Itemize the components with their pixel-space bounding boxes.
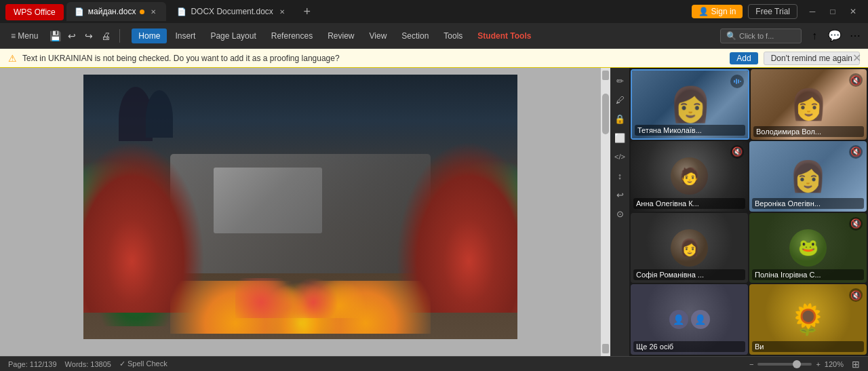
video-tile-volodymyra[interactable]: 👩 🔇 Володимира Вол... [751,69,867,140]
video-row-4: 👤 👤 Ще 26 осіб 🌻 🔇 Ви [631,284,867,355]
tab-docx-label: DOCX Document.docx [191,7,273,16]
fit-page-icon[interactable]: ⊞ [852,359,860,370]
tab-student-tools[interactable]: Student Tools [471,28,538,43]
free-trial-button[interactable]: Free Trial [748,4,797,19]
search-icon: 🔍 [726,31,736,41]
svg-rect-1 [736,79,737,84]
window-controls: ─ □ ✕ [803,4,863,19]
maximize-button[interactable]: □ [823,4,842,19]
zoom-level: 120% [825,360,844,368]
status-bar-right: − + 120% ⊞ [749,359,860,370]
share-icon[interactable]: ↑ [807,28,822,43]
signin-button[interactable]: 👤 Sign in [692,5,743,18]
veronika-mute-icon: 🔇 [849,145,863,159]
close-button[interactable]: ✕ [844,4,863,19]
toolbar-separator-1 [119,29,120,43]
tab-icon: 📄 [75,7,84,16]
rt-layout-icon[interactable]: ↕ [612,168,627,183]
notif-icon: ⚠ [8,53,17,64]
anna-mute-icon: 🔇 [730,145,744,159]
tab-home[interactable]: Home [132,28,167,43]
tatiana-name: Тетяна Миколаїв... [635,125,745,136]
zoom-slider[interactable] [757,363,812,366]
search-text: Click to f... [739,32,774,40]
status-bar: Page: 112/139 Words: 13805 ✓ Spell Check… [0,356,868,371]
right-toolbar: ✏ 🖊 🔒 ⬜ </> ↕ ↩ ⊙ [610,68,629,356]
redo-icon[interactable]: ↪ [81,28,96,43]
rt-pen-icon[interactable]: 🖊 [612,92,627,107]
toolbar: ≡ Menu 💾 ↩ ↪ 🖨 Home Insert Page Layout R… [0,23,868,49]
video-tile-polina[interactable]: 🐸 🔇 Поліна Ігорівна С... [749,213,867,284]
video-tile-more[interactable]: 👤 👤 Ще 26 осіб [631,284,748,355]
notification-bar: ⚠ Text in UKRAINIAN is not being checked… [0,49,868,68]
polina-mute-icon: 🔇 [849,217,863,231]
scroll-thumb[interactable] [602,94,609,134]
notif-close-icon[interactable]: ✕ [852,52,861,64]
tatiana-speaking-icon [730,75,744,88]
notif-remind-button[interactable]: Don't remind me again [764,52,860,65]
zoom-plus-icon[interactable]: + [816,360,820,368]
tab-icon2: 📄 [177,7,186,16]
video-row-1: 👩 Тетяна Миколаїв... 👩 🔇 Волод [631,69,867,140]
tab-majdan-label: майдан.docx [88,7,136,16]
volodymyra-mute-icon: 🔇 [849,73,863,87]
video-tile-tatiana[interactable]: 👩 Тетяна Миколаїв... [631,69,749,140]
svg-rect-2 [738,79,739,83]
spell-check[interactable]: ✓ Spell Check [119,359,167,368]
document-scrollbar[interactable] [601,68,610,356]
rt-circle-icon[interactable]: ⊙ [612,206,627,221]
anna-name: Анна Олегівна К... [633,198,745,209]
you-mute-icon: 🔇 [849,288,863,302]
tab-bar: WPS Office 📄 майдан.docx ✕ 📄 DOCX Docume… [0,0,868,23]
video-tile-veronika[interactable]: 👩 🔇 Вероніка Олегівн... [749,141,867,212]
veronika-name: Вероніка Олегівн... [752,198,864,209]
rt-lock-icon[interactable]: 🔒 [612,111,627,126]
undo-icon[interactable]: ↩ [64,28,79,43]
rt-shapes-icon[interactable]: ⬜ [612,130,627,145]
tab-page-layout[interactable]: Page Layout [203,28,262,43]
tab-docx[interactable]: 📄 DOCX Document.docx ✕ [169,2,294,21]
print-icon[interactable]: 🖨 [98,28,113,43]
tab-majdan-close[interactable]: ✕ [149,7,158,16]
document-scroll[interactable] [0,68,601,356]
toolbar-right: 🔍 Click to f... ↑ 💬 ⋯ [720,28,863,43]
rt-pencil-icon[interactable]: ✏ [612,73,627,88]
zoom-minus-icon[interactable]: − [749,360,753,368]
tab-references[interactable]: References [264,28,319,43]
more-options-icon[interactable]: ⋯ [848,28,863,43]
comment-icon[interactable]: 💬 [827,28,842,43]
tab-section[interactable]: Section [395,28,435,43]
browser-chrome: WPS Office 📄 майдан.docx ✕ 📄 DOCX Docume… [0,0,868,49]
save-icon[interactable]: 💾 [47,28,62,43]
notif-add-button[interactable]: Add [730,52,757,64]
tab-view[interactable]: View [363,28,394,43]
video-tile-you[interactable]: 🌻 🔇 Ви [749,284,867,355]
minimize-button[interactable]: ─ [803,4,822,19]
video-tile-anna[interactable]: 🧑 🔇 Анна Олегівна К... [631,141,748,212]
video-tile-sofia[interactable]: 👩 Софія Романівна ... [631,213,748,284]
video-row-2: 🧑 🔇 Анна Олегівна К... 👩 🔇 Вероніка Олег… [631,141,867,212]
new-tab-button[interactable]: + [298,2,317,21]
menu-button[interactable]: ≡ Menu [5,29,43,43]
video-row-3: 👩 Софія Романівна ... 🐸 🔇 Поліна Ігорівн… [631,213,867,284]
zoom-bar: − + 120% [749,360,844,368]
main-area: ✏ 🖊 🔒 ⬜ </> ↕ ↩ ⊙ 👩 [0,68,868,356]
video-panel: 👩 Тетяна Миколаїв... 👩 🔇 Волод [629,68,868,356]
page-info: Page: 112/139 [8,360,57,368]
tab-tools[interactable]: Tools [437,28,469,43]
wps-tab-label: WPS Office [14,7,56,17]
tab-insert[interactable]: Insert [168,28,202,43]
rt-code-icon[interactable]: </> [612,149,627,164]
you-name: Ви [752,341,864,352]
notif-text: Text in UKRAINIAN is not being checked. … [22,54,724,63]
polina-name: Поліна Ігорівна С... [752,269,864,280]
search-bar[interactable]: 🔍 Click to f... [720,28,802,43]
tab-review[interactable]: Review [321,28,361,43]
tab-majdan[interactable]: 📄 майдан.docx ✕ [66,2,167,21]
tab-bar-right: 👤 Sign in Free Trial ─ □ ✕ [692,4,863,19]
tab-wps[interactable]: WPS Office [5,4,64,20]
tab-docx-close[interactable]: ✕ [277,7,287,16]
tab-unsaved-dot [140,9,144,14]
rt-undo-icon[interactable]: ↩ [612,187,627,202]
zoom-thumb[interactable] [793,360,801,368]
